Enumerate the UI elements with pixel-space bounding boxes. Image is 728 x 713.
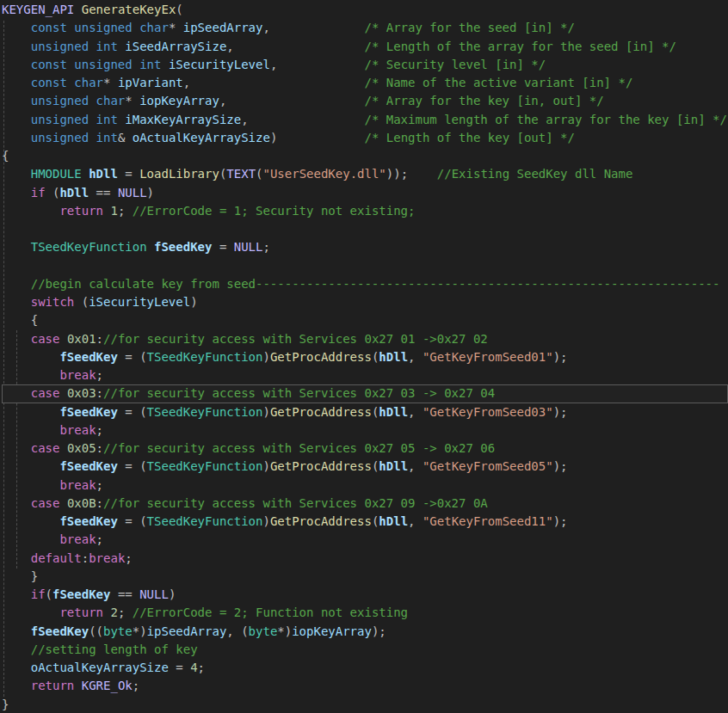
code-token-p: ) [262, 405, 269, 419]
code-line[interactable]: const unsigned int iSecurityLevel, /* Se… [2, 56, 728, 74]
code-line[interactable]: fSeedKey = (TSeedKeyFunction)GetProcAddr… [2, 513, 728, 531]
code-token-c: case [31, 441, 60, 455]
code-token-s: "GetKeyFromSeed03" [423, 405, 553, 419]
code-line[interactable]: oActualKeyArraySize = 4; [2, 659, 728, 677]
code-line[interactable]: unsigned char* iopKeyArray, /* Array for… [2, 92, 728, 110]
code-token-k: const unsigned int [31, 58, 162, 71]
code-token-n: 4 [190, 661, 197, 674]
code-token-v: ipVariant [118, 76, 183, 89]
code-token-v: oActualKeyArraySize [133, 131, 270, 144]
code-line[interactable]: case 0x05://for security access with Ser… [2, 439, 728, 458]
code-token-v: iopKeyArray [292, 624, 372, 638]
code-token-p [2, 587, 31, 601]
code-token-c: if [31, 186, 46, 200]
code-line[interactable]: TSeedKeyFunction fSeedKey = NULL; [2, 238, 728, 256]
code-line[interactable]: //begin calculate key from seed---------… [2, 275, 728, 293]
code-token-p: (( [89, 624, 103, 638]
code-line-current[interactable]: case 0x03://for security access with Ser… [2, 384, 728, 403]
code-token-p: } [2, 569, 38, 583]
code-token-c: case [31, 496, 60, 510]
code-token-p [2, 423, 59, 437]
code-line[interactable]: } [2, 696, 728, 713]
code-line[interactable]: fSeedKey = (TSeedKeyFunction)GetProcAddr… [2, 348, 728, 366]
code-token-p [270, 21, 365, 34]
code-line[interactable]: case 0x0B://for security access with Ser… [2, 495, 728, 513]
code-token-f: LoadLibrary [139, 167, 219, 181]
code-token-n: 2 [110, 605, 117, 619]
code-token-p: *) [133, 624, 147, 638]
code-line[interactable]: unsigned int iMaxKeyArraySize, /* Maximu… [2, 111, 728, 129]
code-token-t: TSeedKeyFunction [147, 350, 263, 364]
code-line[interactable]: break; [2, 421, 728, 439]
code-token-p: , ( [226, 624, 248, 638]
code-token-cm: /* Array for the seed [in] */ [364, 21, 574, 34]
code-line[interactable]: //setting length of key [2, 641, 728, 659]
code-line[interactable]: unsigned int& oActualKeyArraySize) /* Le… [2, 129, 728, 147]
code-line[interactable]: if (hDll == NULL) [2, 184, 728, 202]
code-token-t: HMODULE [31, 167, 82, 181]
code-line[interactable]: break; [2, 531, 728, 549]
code-line[interactable]: KEYGEN_API GenerateKeyEx( [2, 1, 728, 19]
code-token-f: GetProcAddress [270, 405, 372, 419]
code-token-p [2, 167, 31, 181]
code-line[interactable]: break; [2, 476, 728, 495]
code-token-p [226, 94, 364, 108]
code-token-p: ( [256, 167, 262, 181]
code-token-v: iSeedArraySize [125, 40, 226, 53]
code-line[interactable]: unsigned int iSeedArraySize, /* Length o… [2, 38, 728, 56]
code-line[interactable]: HMODULE hDll = LoadLibrary(TEXT("UserSee… [2, 165, 728, 183]
code-line[interactable]: default:break; [2, 550, 728, 568]
code-token-p [2, 58, 31, 71]
code-line[interactable]: fSeedKey = (TSeedKeyFunction)GetProcAddr… [2, 403, 728, 421]
code-line[interactable] [2, 257, 728, 275]
code-token-k: const char [31, 76, 103, 89]
code-token-p: )); [386, 167, 408, 181]
code-token-l: fSeedKey [59, 405, 117, 419]
code-token-p: ) [169, 587, 176, 601]
code-token-p: : [96, 441, 103, 455]
code-line[interactable]: const unsigned char* ipSeedArray, /* Arr… [2, 19, 728, 37]
code-line[interactable]: fSeedKey((byte*)ipSeedArray, (byte*)iopK… [2, 623, 728, 641]
code-line[interactable]: const char* ipVariant, /* Name of the ac… [2, 74, 728, 92]
code-token-p [82, 167, 89, 181]
code-line[interactable]: { [2, 147, 728, 165]
code-line[interactable]: { [2, 311, 728, 329]
code-token-p [277, 131, 364, 144]
code-token-c: return [31, 679, 75, 692]
code-token-p [59, 496, 66, 510]
code-token-p [2, 551, 31, 565]
code-line[interactable] [2, 220, 728, 238]
code-token-p: , [262, 21, 269, 34]
code-token-k: unsigned int [31, 40, 118, 53]
code-line[interactable]: return 1; //ErrorCode = 1; Security not … [2, 202, 728, 220]
code-token-p [2, 386, 31, 400]
code-token-n: 0x01 [67, 332, 96, 346]
code-token-l: hDll [59, 186, 89, 200]
code-token-p [74, 3, 81, 16]
code-token-v: iopKeyArray [139, 94, 219, 108]
code-token-p: ; [118, 605, 133, 619]
code-token-l: hDll [379, 459, 408, 473]
code-line[interactable]: if(fSeedKey == NULL) [2, 586, 728, 604]
code-line[interactable]: return 2; //ErrorCode = 2; Function not … [2, 604, 728, 622]
code-line[interactable]: fSeedKey = (TSeedKeyFunction)GetProcAddr… [2, 458, 728, 476]
code-line[interactable]: break; [2, 366, 728, 384]
code-token-p: ( [46, 186, 60, 200]
code-line[interactable]: switch (iSecurityLevel) [2, 293, 728, 311]
code-token-p: ) [147, 186, 154, 200]
code-token-cm: //ErrorCode = 2; Function not existing [133, 605, 408, 619]
code-token-p [2, 131, 31, 144]
code-text-area[interactable]: KEYGEN_API GenerateKeyEx( const unsigned… [0, 0, 728, 713]
code-token-p: ; [118, 204, 133, 218]
code-token-p [2, 368, 59, 382]
code-token-p [2, 532, 59, 546]
code-editor[interactable]: KEYGEN_API GenerateKeyEx( const unsigned… [0, 0, 728, 713]
code-token-p: * [125, 94, 139, 108]
code-token-cm: //for security access with Services 0x27… [103, 496, 488, 510]
code-token-cm: /* Maximum length of the array for the k… [364, 113, 726, 126]
code-line[interactable]: case 0x01://for security access with Ser… [2, 330, 728, 348]
code-line[interactable]: } [2, 568, 728, 586]
code-line[interactable]: return KGRE_Ok; [2, 677, 728, 695]
code-token-l: fSeedKey [59, 350, 117, 364]
code-token-p [2, 624, 31, 638]
